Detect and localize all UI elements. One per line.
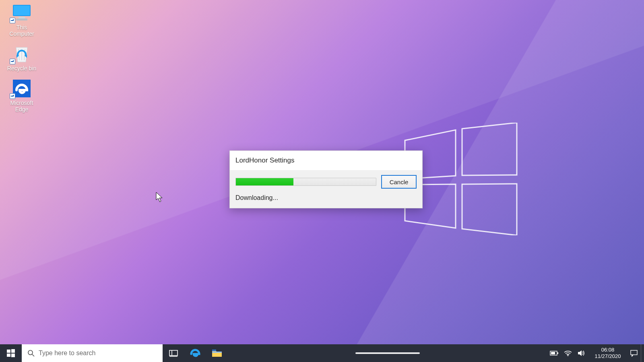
svg-marker-3 [462,184,517,235]
cursor-icon [156,192,163,202]
svg-rect-14 [11,354,15,357]
taskbar-handle[interactable] [355,352,420,354]
monitor-icon [10,3,33,23]
desktop-icon-label: This Computer [5,24,39,37]
desktop-icon-recycle-bin[interactable]: Recycle bin [5,44,39,72]
folder-icon [212,349,222,358]
svg-rect-11 [7,350,10,353]
search-placeholder: Type here to search [39,350,95,357]
shortcut-badge-icon [10,59,15,64]
tray-date: 11/27/2020 [594,353,621,360]
svg-marker-1 [462,123,517,175]
svg-point-25 [568,355,569,356]
task-view-button[interactable] [163,344,184,362]
svg-rect-23 [557,352,558,354]
tray-volume[interactable] [575,344,588,362]
edge-icon [10,79,33,98]
svg-rect-26 [631,350,637,355]
svg-rect-13 [7,354,10,357]
tray-clock[interactable]: 06:08 11/27/2020 [588,344,627,362]
download-dialog: LordHonor Settings Cancle Downloading... [229,150,423,208]
svg-rect-24 [551,352,555,354]
tray-battery[interactable] [547,344,561,362]
task-view-icon [169,349,178,357]
search-input[interactable]: Type here to search [22,344,163,362]
tray-action-center[interactable] [627,344,641,362]
svg-rect-7 [16,19,27,21]
svg-rect-5 [14,6,30,15]
progress-bar [235,178,376,186]
svg-rect-21 [212,352,222,353]
desktop-icon-label: Microsoft Edge [5,100,39,113]
svg-rect-17 [169,350,178,356]
desktop-icon-this-computer[interactable]: This Computer [5,3,39,37]
svg-rect-6 [19,17,25,19]
dialog-title[interactable]: LordHonor Settings [230,151,422,170]
show-desktop-button[interactable] [641,344,644,362]
recycle-bin-icon [10,44,33,64]
tray-time: 06:08 [601,347,615,353]
taskbar-spacer [228,344,547,362]
system-tray: 06:08 11/27/2020 [547,344,644,362]
start-button[interactable] [0,344,22,362]
desktop-wallpaper: This Computer Recycle bin [0,0,644,362]
taskbar-app-file-explorer[interactable] [206,344,228,362]
taskbar: Type here to search [0,344,644,362]
search-icon [27,350,35,357]
shortcut-badge-icon [10,93,15,99]
svg-line-16 [32,354,34,356]
desktop-icon-label: Recycle bin [7,65,36,72]
edge-icon [190,348,201,359]
svg-rect-12 [11,349,15,353]
taskbar-app-edge[interactable] [184,344,206,362]
svg-rect-20 [212,350,216,351]
desktop-icon-microsoft-edge[interactable]: Microsoft Edge [5,79,39,113]
cancel-button[interactable]: Cancle [381,175,417,189]
wifi-icon [564,350,572,356]
dialog-status: Downloading... [235,194,417,202]
windows-logo-icon [7,349,15,357]
tray-wifi[interactable] [561,344,575,362]
shortcut-badge-icon [10,18,15,23]
battery-icon [550,350,559,356]
svg-point-15 [28,350,33,355]
speaker-icon [578,350,586,356]
notification-icon [630,350,638,357]
